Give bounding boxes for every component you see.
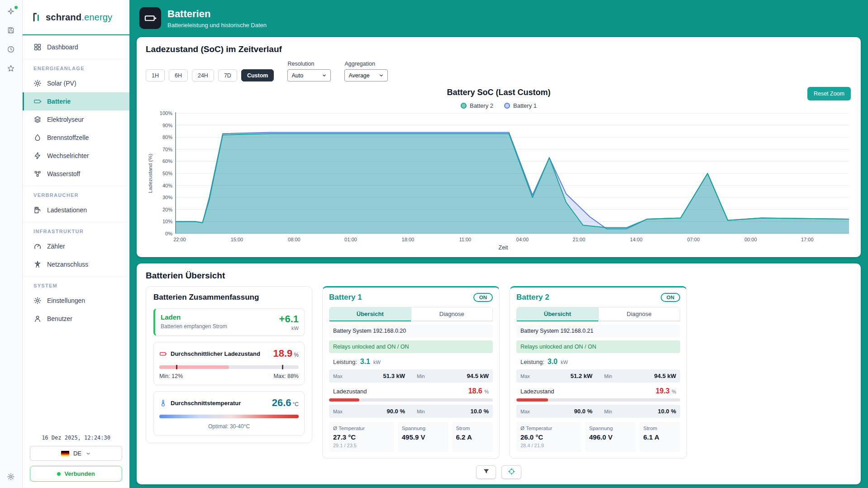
soc-chart-plot[interactable]: 0%10%20%30%40%50%60%70%80%90%100%22:0015… <box>155 111 852 244</box>
tab-uebersicht[interactable]: Übersicht <box>517 307 598 321</box>
avg-soc-bar <box>159 365 299 369</box>
connection-status-button[interactable]: Verbunden <box>30 466 122 482</box>
relays-status: Relays unlocked and ON / ON <box>516 340 680 353</box>
sidebar-item-benutzer[interactable]: Benutzer <box>23 310 129 328</box>
svg-text:14:00: 14:00 <box>630 237 643 242</box>
sidebar-item-label: Elektrolyseur <box>47 116 84 123</box>
overview-title: Batterien Übersicht <box>146 271 852 281</box>
sidebar-item-dashboard[interactable]: Dashboard <box>23 38 129 56</box>
page-header: Batterien Batterieleistung und historisc… <box>137 5 861 31</box>
star-icon[interactable] <box>7 64 16 73</box>
min-label: Min <box>417 409 425 414</box>
sidebar-item-elektrolyseur[interactable]: Elektrolyseur <box>23 110 129 129</box>
svg-text:18:00: 18:00 <box>402 237 415 242</box>
avg-temp-block: Durchschnittstemperatur 26.6°C Optimal: … <box>153 391 305 435</box>
sidebar-item-netzanschluss[interactable]: Netzanschluss <box>23 255 129 273</box>
tab-diagnose[interactable]: Diagnose <box>598 307 680 321</box>
legend-battery-1[interactable]: Battery 1 <box>504 102 537 109</box>
sidebar-item-wechselrichter[interactable]: Wechselrichter <box>23 147 129 165</box>
history-icon[interactable] <box>7 45 16 54</box>
tab-diagnose[interactable]: Diagnose <box>411 307 493 321</box>
voltage-label: Spannung <box>402 426 444 431</box>
avg-soc-label: Durchschnittlicher Ladezustand <box>171 350 270 357</box>
battery-2-card: Battery 2 ON Übersicht Diagnose Battery … <box>510 286 687 459</box>
soc-value: 19.3 <box>656 387 670 395</box>
sidebar-item-label: Zähler <box>47 243 65 250</box>
svg-text:07:00: 07:00 <box>687 237 700 242</box>
nav-section-system: SYSTEM <box>23 276 129 292</box>
summary-panel: Batterien Zusammenfassung Laden Batterie… <box>146 286 312 443</box>
temp-gradient-bar <box>159 415 299 418</box>
soc-unit: % <box>484 389 489 394</box>
soc-card-title: Ladezustand (SoC) im Zeitverlauf <box>146 44 852 54</box>
flame-icon <box>33 134 42 142</box>
legend-dot-icon <box>461 103 467 109</box>
sidebar-item-label: Benutzer <box>47 315 72 322</box>
soc-minmax-row: Max90.0 % Min10.0 % <box>329 405 493 418</box>
battery-status-badge: ON <box>661 293 680 302</box>
language-select[interactable]: DE <box>30 446 122 461</box>
resolution-select[interactable]: Auto <box>287 69 331 81</box>
soc-chart-card: Ladezustand (SoC) im Zeitverlauf 1H 6H 2… <box>137 37 861 257</box>
charge-state: Laden <box>161 313 227 321</box>
current-value: 6.1 A <box>644 433 677 441</box>
filter-button[interactable] <box>476 465 496 479</box>
status-dot-icon <box>57 472 61 476</box>
charge-unit: kW <box>279 325 299 331</box>
aggregation-select[interactable]: Average <box>344 69 388 81</box>
gear-icon <box>33 297 42 305</box>
svg-text:90%: 90% <box>162 123 172 128</box>
sidebar-item-label: Dashboard <box>47 43 78 51</box>
sidebar-item-brennstoffzelle[interactable]: Brennstoffzelle <box>23 129 129 147</box>
sidebar-item-solar-pv[interactable]: Solar (PV) <box>23 74 129 92</box>
sidebar-footer: 16 Dez 2025, 12:24:30 DE Verbunden <box>23 430 129 488</box>
svg-text:40%: 40% <box>162 183 172 188</box>
battery-overview-card: Batterien Übersicht Batterien Zusammenfa… <box>137 263 861 484</box>
avg-soc-block: Durchschnittlicher Ladezustand 18.9% Min… <box>153 342 305 385</box>
range-6h-button[interactable]: 6H <box>169 69 188 81</box>
settings-icon[interactable] <box>7 473 16 482</box>
battery-tabs: Übersicht Diagnose <box>329 307 493 321</box>
resolution-label: Resolution <box>287 61 331 67</box>
x-axis-label: Zeit <box>155 244 852 253</box>
current-label: Strom <box>456 426 489 431</box>
svg-text:01:00: 01:00 <box>344 237 357 242</box>
battery-status-badge: ON <box>473 293 493 302</box>
sidebar-item-einstellungen[interactable]: Einstellungen <box>23 292 129 310</box>
crosshair-button[interactable] <box>501 465 521 479</box>
app-root: schrand.energy DashboardENERGIEANLAGESol… <box>0 0 868 488</box>
tab-uebersicht[interactable]: Übersicht <box>329 307 411 321</box>
max-label: Max <box>520 409 530 414</box>
sidebar-item-wasserstoff[interactable]: Wasserstoff <box>23 165 129 183</box>
min-value: 10.0 % <box>658 408 676 415</box>
sidebar-item-zähler[interactable]: Zähler <box>23 237 129 255</box>
battery-stats: Ø Temperatur27.3 °C29.1 / 23.5 Spannung4… <box>329 422 493 452</box>
min-marker <box>176 365 177 369</box>
range-7d-button[interactable]: 7D <box>218 69 237 81</box>
crosshair-icon <box>508 468 515 477</box>
svg-text:30%: 30% <box>162 195 172 200</box>
save-icon[interactable] <box>7 26 16 35</box>
sparkle-icon[interactable] <box>7 7 16 16</box>
filter-icon <box>482 468 490 477</box>
battery-1-card: Battery 1 ON Übersicht Diagnose Battery … <box>322 286 500 459</box>
nav-section-energieanlage: ENERGIEANLAGE <box>23 59 129 74</box>
zap-icon <box>33 152 42 160</box>
reset-zoom-button[interactable]: Reset Zoom <box>807 87 851 100</box>
legend-battery-2[interactable]: Battery 2 <box>461 102 493 109</box>
legend-label: Battery 2 <box>470 102 493 109</box>
range-24h-button[interactable]: 24H <box>192 69 214 81</box>
current-value: 6.2 A <box>456 433 489 441</box>
grid-icon <box>33 43 42 51</box>
sidebar-item-ladestationen[interactable]: Ladestationen <box>23 201 129 219</box>
range-custom-button[interactable]: Custom <box>241 69 274 81</box>
power-row: Leistung: 3.1 kW <box>329 356 493 366</box>
gauge-icon <box>33 242 42 250</box>
power-label: Leistung: <box>520 359 544 365</box>
temp-value: 26.0 °C <box>520 433 577 441</box>
min-label: Min <box>604 373 612 379</box>
range-1h-button[interactable]: 1H <box>146 69 165 81</box>
charge-state-block: Laden Batterien empfangen Strom +6.1 kW <box>153 308 305 336</box>
avg-temp-label: Durchschnittstemperatur <box>171 400 268 407</box>
sidebar-item-batterie[interactable]: Batterie <box>23 92 129 110</box>
